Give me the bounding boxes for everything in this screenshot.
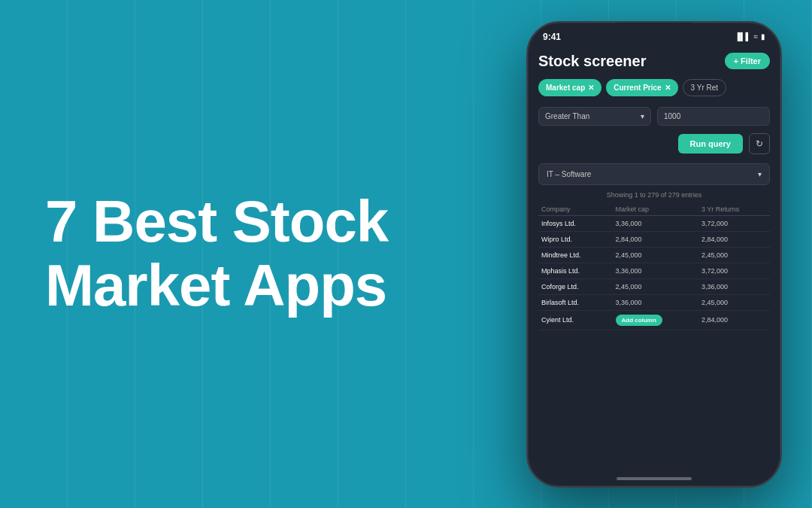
- filter-button[interactable]: + Filter: [725, 53, 770, 69]
- phone-home-indicator: [617, 477, 692, 480]
- table-row: Infosys Ltd. 3,36,000 3,72,000: [538, 215, 770, 231]
- entries-text: Showing 1 to 279 of 279 entries: [538, 191, 770, 199]
- app-title: Stock screener: [538, 53, 646, 70]
- signal-icon: ▐▌▌: [735, 32, 750, 41]
- query-row: Greater Than ▾ 1000: [538, 107, 770, 126]
- table-row: Mphasis Ltd. 3,36,000 3,72,000: [538, 263, 770, 278]
- refresh-button[interactable]: ↻: [749, 133, 770, 154]
- headline-line2: Market Apps: [45, 253, 386, 319]
- headline-area: 7 Best Stock Market Apps: [45, 190, 436, 319]
- run-query-button[interactable]: Run query: [678, 134, 743, 154]
- chip-close-icon-2[interactable]: ✕: [665, 84, 671, 92]
- chip-close-icon[interactable]: ✕: [588, 84, 594, 92]
- sector-dropdown[interactable]: IT – Software ▾: [538, 163, 770, 185]
- table-row: Mindtree Ltd. 2,45,000 2,45,000: [538, 247, 770, 263]
- phone-notch: [617, 23, 692, 41]
- app-header: Stock screener + Filter: [538, 45, 770, 79]
- chip-market-cap[interactable]: Market cap ✕: [538, 79, 601, 96]
- filter-chips: Market cap ✕ Current Price ✕ 3 Yr Ret: [538, 79, 770, 96]
- phone-device: 9:41 ▐▌▌ ≈ ▮ Stock screener + Filter Mar…: [526, 21, 782, 488]
- headline-line1: 7 Best Stock: [45, 188, 388, 254]
- battery-icon: ▮: [761, 32, 765, 41]
- phone-wrapper: 9:41 ▐▌▌ ≈ ▮ Stock screener + Filter Mar…: [526, 15, 782, 493]
- col-header-company: Company: [538, 203, 613, 216]
- run-query-row: Run query ↻: [538, 133, 770, 154]
- status-icons: ▐▌▌ ≈ ▮: [735, 32, 765, 41]
- table-row: Cyient Ltd. Add column 2,84,000: [538, 310, 770, 330]
- sector-chevron-icon: ▾: [758, 170, 762, 178]
- table-row: Wipro Ltd. 2,84,000 2,84,000: [538, 231, 770, 247]
- table-row: Birlasoft Ltd. 3,36,000 2,45,000: [538, 294, 770, 310]
- table-row: Coforge Ltd. 2,45,000 3,36,000: [538, 278, 770, 294]
- wifi-icon: ≈: [754, 32, 759, 41]
- condition-dropdown[interactable]: Greater Than ▾: [538, 107, 651, 126]
- chip-3yr-ret[interactable]: 3 Yr Ret: [683, 79, 727, 96]
- chip-current-price[interactable]: Current Price ✕: [606, 79, 677, 96]
- status-time: 9:41: [543, 32, 561, 42]
- value-input[interactable]: 1000: [657, 107, 770, 126]
- stock-table: Company Market cap 3 Yr Returns Infosys …: [538, 203, 770, 330]
- chevron-down-icon: ▾: [641, 112, 644, 120]
- add-column-button[interactable]: Add column: [616, 315, 662, 326]
- col-header-market-cap: Market cap: [613, 203, 698, 216]
- screen-content: Stock screener + Filter Market cap ✕ Cur…: [528, 45, 780, 330]
- col-header-returns: 3 Yr Returns: [698, 203, 770, 216]
